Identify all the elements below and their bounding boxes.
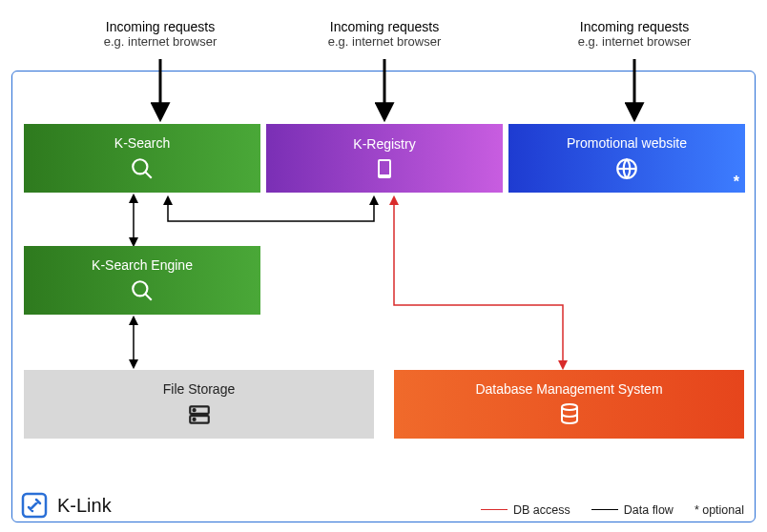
box-storage: File Storage	[24, 370, 374, 439]
box-dbms: Database Management System	[394, 370, 744, 439]
svg-line-7	[145, 294, 152, 300]
legend-flow-line	[591, 509, 618, 510]
box-dbms-label: Database Management System	[475, 381, 662, 397]
box-storage-label: File Storage	[163, 381, 235, 397]
klink-logo-icon	[19, 490, 50, 521]
brand: K-Link	[19, 490, 112, 521]
legend-optional: * optional	[694, 503, 744, 517]
legend-flow-label: Data flow	[624, 503, 674, 517]
box-ksearch: K-Search	[24, 124, 260, 193]
box-kregistry: K-Registry	[266, 124, 503, 193]
svg-point-6	[133, 281, 147, 296]
optional-marker: *	[734, 174, 739, 191]
box-website: Promotional website *	[508, 124, 745, 193]
search-icon	[130, 278, 155, 303]
svg-point-12	[562, 404, 577, 410]
search-icon	[130, 156, 155, 181]
brand-text: K-Link	[57, 495, 112, 517]
arrow-registry-dbms	[394, 197, 563, 368]
svg-point-11	[193, 419, 195, 420]
globe-icon	[614, 156, 639, 181]
box-website-label: Promotional website	[567, 135, 687, 151]
box-ksearch-label: K-Search	[114, 135, 170, 151]
database-icon	[558, 402, 581, 427]
arrow-search-registry	[168, 197, 374, 221]
svg-point-10	[193, 409, 195, 411]
box-engine-label: K-Search Engine	[92, 257, 193, 273]
box-engine: K-Search Engine	[24, 246, 260, 315]
storage-icon	[187, 402, 212, 427]
svg-line-1	[145, 172, 152, 178]
box-kregistry-label: K-Registry	[353, 136, 415, 152]
legend-flow: Data flow	[591, 503, 674, 517]
svg-point-0	[133, 159, 147, 174]
legend-db: DB access	[481, 503, 570, 517]
legend-db-label: DB access	[513, 503, 570, 517]
legend-db-line	[481, 509, 508, 510]
book-icon	[373, 157, 396, 180]
legend: DB access Data flow * optional	[481, 503, 744, 517]
